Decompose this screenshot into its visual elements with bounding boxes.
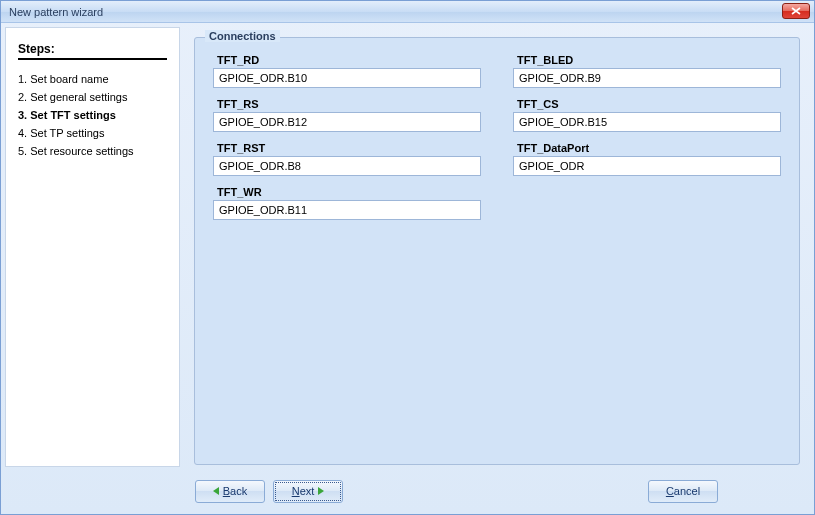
arrow-left-icon [213, 487, 219, 495]
field-label: TFT_DataPort [513, 140, 781, 156]
close-icon [791, 7, 801, 15]
wizard-body: Steps: 1. Set board name 2. Set general … [1, 23, 814, 471]
fieldset-legend: Connections [205, 30, 280, 42]
tft-rs-input[interactable] [213, 112, 481, 132]
field-tft-rs: TFT_RS [213, 96, 481, 132]
step-item[interactable]: 1. Set board name [18, 70, 167, 88]
next-button[interactable]: Next [273, 480, 343, 503]
wizard-footer: Back Next Cancel [1, 471, 814, 511]
back-button[interactable]: Back [195, 480, 265, 503]
field-label: TFT_WR [213, 184, 481, 200]
field-label: TFT_CS [513, 96, 781, 112]
tft-dataport-input[interactable] [513, 156, 781, 176]
field-tft-wr: TFT_WR [213, 184, 481, 220]
steps-heading: Steps: [18, 42, 167, 60]
tft-rst-input[interactable] [213, 156, 481, 176]
back-label: Back [223, 485, 247, 497]
field-label: TFT_BLED [513, 52, 781, 68]
window-title: New pattern wizard [5, 6, 103, 18]
step-item[interactable]: 5. Set resource settings [18, 142, 167, 160]
tft-cs-input[interactable] [513, 112, 781, 132]
field-tft-bled: TFT_BLED [513, 52, 781, 88]
tft-bled-input[interactable] [513, 68, 781, 88]
cancel-label: Cancel [666, 485, 700, 497]
step-item[interactable]: 4. Set TP settings [18, 124, 167, 142]
connections-fieldset: Connections TFT_RD TFT_RS TFT_RST [194, 37, 800, 465]
wizard-window: New pattern wizard Steps: 1. Set board n… [0, 0, 815, 515]
cancel-button[interactable]: Cancel [648, 480, 718, 503]
main-panel: Connections TFT_RD TFT_RS TFT_RST [180, 23, 814, 471]
field-tft-cs: TFT_CS [513, 96, 781, 132]
arrow-right-icon [318, 487, 324, 495]
right-column: TFT_BLED TFT_CS TFT_DataPort [513, 52, 781, 228]
field-tft-rd: TFT_RD [213, 52, 481, 88]
field-tft-rst: TFT_RST [213, 140, 481, 176]
field-tft-dataport: TFT_DataPort [513, 140, 781, 176]
steps-sidebar: Steps: 1. Set board name 2. Set general … [5, 27, 180, 467]
nav-buttons: Back Next [195, 480, 343, 503]
close-button[interactable] [782, 3, 810, 19]
field-columns: TFT_RD TFT_RS TFT_RST TFT_WR [213, 52, 781, 228]
titlebar: New pattern wizard [1, 1, 814, 23]
next-label: Next [292, 485, 315, 497]
step-item-current[interactable]: 3. Set TFT settings [18, 106, 167, 124]
tft-rd-input[interactable] [213, 68, 481, 88]
tft-wr-input[interactable] [213, 200, 481, 220]
field-label: TFT_RST [213, 140, 481, 156]
field-label: TFT_RD [213, 52, 481, 68]
field-label: TFT_RS [213, 96, 481, 112]
left-column: TFT_RD TFT_RS TFT_RST TFT_WR [213, 52, 481, 228]
step-item[interactable]: 2. Set general settings [18, 88, 167, 106]
